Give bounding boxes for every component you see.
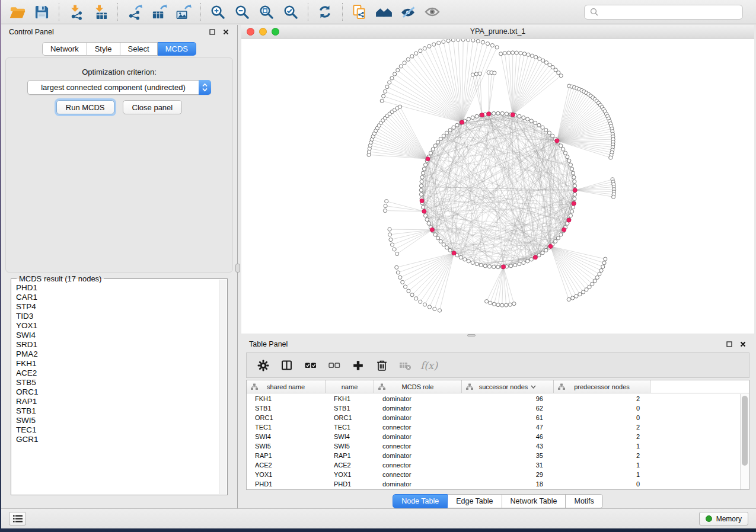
- network-node[interactable]: [519, 52, 522, 55]
- first-neighbors-button[interactable]: [374, 2, 394, 21]
- search-input[interactable]: [602, 8, 737, 16]
- network-node[interactable]: [567, 159, 571, 162]
- select-all-button[interactable]: [304, 359, 317, 371]
- function-builder-button[interactable]: f(x): [423, 359, 435, 371]
- network-node[interactable]: [396, 271, 400, 274]
- mcds-result-item[interactable]: FKH1: [16, 359, 218, 368]
- network-node[interactable]: [475, 114, 479, 118]
- network-node[interactable]: [410, 293, 414, 297]
- export-network-button[interactable]: [125, 2, 145, 21]
- open-file-button[interactable]: [7, 2, 27, 21]
- network-node[interactable]: [421, 171, 425, 175]
- network-node[interactable]: [423, 163, 427, 166]
- network-node[interactable]: [429, 151, 432, 155]
- mcds-node[interactable]: [562, 227, 566, 232]
- column-header-mcds-role[interactable]: MCDS role: [374, 380, 462, 393]
- network-node[interactable]: [433, 144, 437, 148]
- network-node[interactable]: [382, 94, 385, 98]
- table-row[interactable]: FKH1FKH1dominator962: [247, 394, 740, 403]
- mcds-node[interactable]: [460, 120, 464, 124]
- network-node[interactable]: [534, 121, 537, 124]
- network-node[interactable]: [538, 57, 541, 60]
- network-node[interactable]: [471, 116, 474, 119]
- network-node[interactable]: [442, 243, 445, 246]
- network-node[interactable]: [569, 214, 572, 217]
- column-header-successor-nodes[interactable]: successor nodes: [462, 380, 554, 393]
- network-node[interactable]: [575, 294, 578, 298]
- export-table-button[interactable]: [149, 2, 169, 21]
- network-node[interactable]: [419, 49, 422, 53]
- network-node[interactable]: [419, 300, 422, 303]
- mcds-result-item[interactable]: TEC1: [16, 425, 218, 435]
- mcds-node[interactable]: [567, 218, 571, 222]
- network-node[interactable]: [393, 248, 396, 251]
- network-node[interactable]: [504, 303, 508, 307]
- table-scrollbar[interactable]: [740, 394, 749, 489]
- save-session-button[interactable]: [31, 2, 52, 21]
- vertical-splitter-handle[interactable]: [235, 264, 240, 273]
- network-node[interactable]: [499, 52, 503, 56]
- network-node[interactable]: [526, 117, 529, 121]
- network-node[interactable]: [419, 188, 423, 192]
- network-node[interactable]: [485, 300, 489, 303]
- network-node[interactable]: [439, 239, 442, 243]
- network-node[interactable]: [420, 180, 423, 183]
- tab-motifs[interactable]: Motifs: [566, 494, 602, 508]
- delete-table-button[interactable]: [399, 359, 412, 371]
- network-node[interactable]: [439, 137, 442, 140]
- network-node[interactable]: [479, 263, 483, 267]
- network-node[interactable]: [487, 265, 491, 268]
- network-node[interactable]: [571, 206, 575, 209]
- network-node[interactable]: [569, 163, 572, 166]
- network-node[interactable]: [419, 193, 423, 196]
- network-node[interactable]: [455, 123, 459, 127]
- network-node[interactable]: [527, 53, 530, 56]
- mcds-result-item[interactable]: SWI5: [16, 416, 218, 425]
- network-node[interactable]: [467, 117, 470, 121]
- network-node[interactable]: [489, 301, 492, 305]
- network-node[interactable]: [500, 303, 504, 307]
- import-table-button[interactable]: [90, 2, 110, 21]
- network-node[interactable]: [383, 209, 387, 212]
- network-node[interactable]: [547, 131, 551, 134]
- network-node[interactable]: [500, 111, 504, 115]
- deselect-all-button[interactable]: [328, 359, 340, 371]
- close-panel-button[interactable]: [222, 28, 229, 36]
- network-node[interactable]: [451, 39, 455, 42]
- network-node[interactable]: [593, 279, 596, 283]
- network-node[interactable]: [526, 259, 529, 263]
- network-node[interactable]: [467, 39, 470, 41]
- mcds-result-item[interactable]: RAP1: [16, 397, 218, 406]
- mcds-result-item[interactable]: GCR1: [16, 435, 218, 444]
- mcds-result-item[interactable]: PMA2: [16, 350, 218, 359]
- network-node[interactable]: [414, 297, 418, 300]
- table-row[interactable]: RAP1RAP1dominator352: [247, 451, 740, 460]
- zoom-fit-button[interactable]: [256, 2, 276, 21]
- mcds-result-item[interactable]: PHD1: [16, 283, 218, 293]
- add-column-button[interactable]: [352, 359, 364, 371]
- close-panel-action-button[interactable]: Close panel: [123, 100, 183, 114]
- show-columns-button[interactable]: [280, 359, 293, 371]
- mcds-node[interactable]: [511, 113, 515, 117]
- network-node[interactable]: [389, 238, 393, 241]
- network-node[interactable]: [534, 55, 538, 59]
- network-node[interactable]: [474, 72, 478, 76]
- network-node[interactable]: [427, 222, 430, 225]
- network-node[interactable]: [573, 184, 576, 188]
- network-node[interactable]: [492, 265, 496, 268]
- network-node[interactable]: [390, 243, 394, 246]
- network-node[interactable]: [431, 148, 435, 151]
- network-node[interactable]: [588, 285, 591, 289]
- network-node[interactable]: [537, 123, 541, 127]
- network-node[interactable]: [401, 280, 404, 284]
- tab-select[interactable]: Select: [120, 42, 158, 56]
- network-node[interactable]: [388, 81, 391, 84]
- mcds-node[interactable]: [548, 244, 553, 248]
- network-node[interactable]: [522, 261, 525, 264]
- column-header-shared-name[interactable]: shared name: [247, 380, 326, 393]
- network-node[interactable]: [384, 204, 387, 207]
- network-node[interactable]: [486, 42, 489, 46]
- network-node[interactable]: [544, 60, 548, 64]
- network-node[interactable]: [425, 218, 429, 222]
- network-node[interactable]: [556, 236, 560, 240]
